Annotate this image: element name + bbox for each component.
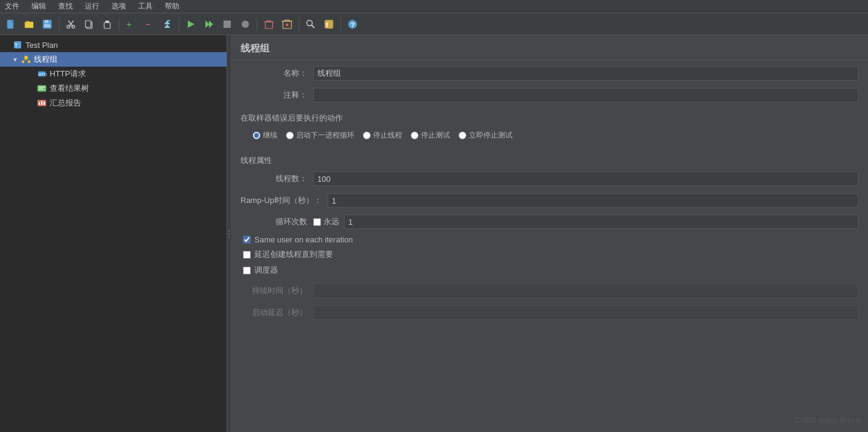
svg-rect-46 [39,102,40,105]
rampup-row: Ramp-Up时间（秒）： [240,193,858,208]
radio-stop-test[interactable]: 停止测试 [411,130,450,141]
radio-stop-now-label: 立即停止测试 [469,130,512,141]
svg-point-37 [28,61,30,63]
radio-continue-input[interactable] [253,131,260,139]
thread-count-input[interactable] [313,171,858,186]
loop-label: 循环次数 [240,216,313,227]
delay-thread-container: 延迟创建线程直到需要 [243,249,858,260]
svg-point-20 [242,21,249,28]
svg-point-36 [22,61,24,63]
thread-props-label: 线程属性 [240,151,858,171]
help-button[interactable]: ? [344,16,361,33]
svg-line-39 [26,59,29,61]
tree-item-test-plan[interactable]: T Test Plan [0,38,227,52]
svg-marker-18 [209,21,213,28]
forever-checkbox[interactable] [313,218,321,226]
clear-button[interactable] [260,16,277,33]
sep-1 [59,18,59,31]
forever-check: 永远 [313,216,339,227]
delay-thread-checkbox[interactable] [243,251,251,259]
menu-options[interactable]: 选项 [109,1,128,12]
scheduler-label: 调度器 [254,265,278,276]
radio-stop-now[interactable]: 立即停止测试 [459,130,512,141]
move-button[interactable] [159,16,176,33]
open-button[interactable] [21,16,38,33]
stop-now-button[interactable] [237,16,254,33]
name-input[interactable] [313,66,858,81]
new-button[interactable] [2,16,19,33]
radio-stop-thread[interactable]: 停止线程 [363,130,402,141]
svg-text:+: + [127,19,131,29]
svg-rect-47 [41,101,42,105]
tree-label-test-plan: Test Plan [25,41,58,50]
same-user-container: Same user on each iteration [243,235,858,244]
menu-run[interactable]: 运行 [82,1,102,12]
startup-delay-row: 启动延迟（秒） [240,305,858,321]
radio-next-loop-label: 启动下一进程循环 [296,130,354,141]
tree-label-summary: 汇总报告 [50,98,81,108]
menu-tools[interactable]: 工具 [136,1,155,12]
menubar: 文件 编辑 查找 运行 选项 工具 帮助 [0,0,868,13]
main-layout: T Test Plan ▼ 线程组 [0,35,868,432]
form-section: 名称： 注释： 在取样器错误后要执行的动作 继续 启动下一进程 [231,61,868,331]
radio-next-loop[interactable]: 启动下一进程循环 [286,130,354,141]
cut-button[interactable] [62,16,79,33]
loop-count-input[interactable] [344,214,858,229]
svg-text:−: − [145,19,150,29]
sep-2 [119,18,119,31]
toolbar: + − [0,13,868,35]
radio-stop-test-input[interactable] [411,131,419,139]
sep-5 [299,18,299,31]
tree-item-http-request[interactable]: HTTP HTTP请求 [0,67,227,81]
svg-rect-19 [224,21,231,28]
scheduler-checkbox-label[interactable]: 调度器 [243,265,858,276]
copy-button[interactable] [81,16,98,33]
menu-edit[interactable]: 编辑 [29,1,48,12]
view-results-icon [36,83,47,94]
svg-rect-21 [265,22,273,28]
tree-item-view-results[interactable]: 查看结果树 [0,81,227,96]
paste-button[interactable] [99,16,116,33]
duration-input[interactable] [313,284,858,298]
menu-help[interactable]: 帮助 [162,1,182,12]
content-panel: 线程组 名称： 注释： 在取样器错误后要执行的动作 继续 [231,35,868,432]
menu-find[interactable]: 查找 [56,1,75,12]
resize-dots [228,230,230,238]
same-user-checkbox[interactable] [243,236,251,244]
clear-all-button[interactable] [279,16,296,33]
radio-stop-now-input[interactable] [459,131,466,139]
loop-row: 循环次数 永远 [240,214,858,229]
svg-text:?: ? [351,21,355,28]
panel-title: 线程组 [231,35,868,61]
same-user-checkbox-label[interactable]: Same user on each iteration [243,235,858,244]
stop-button[interactable] [219,16,236,33]
rampup-input[interactable] [328,193,858,208]
run-no-pause-button[interactable] [200,16,217,33]
add-element-button[interactable]: + [122,16,139,33]
search-button[interactable] [302,16,319,33]
radio-continue[interactable]: 继续 [253,130,277,141]
run-button[interactable] [182,16,199,33]
startup-delay-input[interactable] [313,305,858,320]
function-helper-button[interactable]: f [320,16,337,33]
svg-marker-16 [188,21,194,28]
tree-arrow-thread-group: ▼ [12,56,21,63]
radio-stop-thread-label: 停止线程 [373,130,402,141]
error-action-row: 继续 启动下一进程循环 停止线程 停止测试 [253,127,858,143]
delay-thread-checkbox-label[interactable]: 延迟创建线程直到需要 [243,249,858,260]
comment-input[interactable] [313,88,858,102]
radio-stop-thread-input[interactable] [363,131,371,139]
tree-item-summary[interactable]: 汇总报告 [0,96,227,110]
svg-text:f: f [326,21,328,28]
save-button[interactable] [39,16,56,33]
thread-count-label: 线程数： [240,173,313,184]
scheduler-checkbox[interactable] [243,267,251,274]
remove-element-button[interactable]: − [141,16,157,33]
svg-line-28 [312,25,315,28]
radio-next-loop-input[interactable] [286,131,294,139]
name-label: 名称： [240,68,313,79]
comment-row: 注释： [240,87,858,103]
svg-rect-4 [44,24,50,27]
tree-item-thread-group[interactable]: ▼ 线程组 [0,52,227,67]
menu-file[interactable]: 文件 [2,1,22,12]
